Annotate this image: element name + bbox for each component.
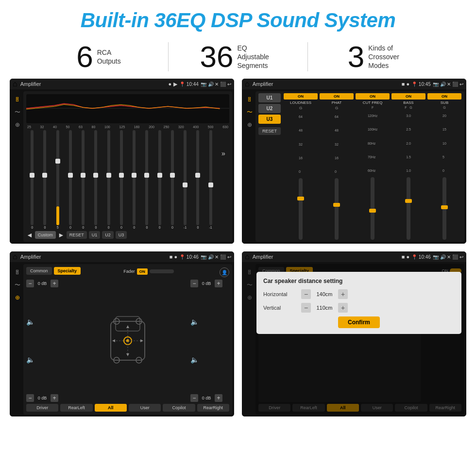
sub-on-badge[interactable]: ON: [427, 93, 461, 100]
slider-320[interactable]: 0: [167, 130, 178, 229]
rl-minus[interactable]: −: [26, 394, 34, 402]
more-sliders-arrow[interactable]: »: [218, 130, 229, 229]
speaker-icon-xover[interactable]: ⊕: [245, 120, 254, 129]
stat-text-crossover: Kinds ofCrossover Modes: [368, 44, 407, 70]
cutfreq-slider[interactable]: [371, 177, 374, 240]
slider-125[interactable]: 0: [116, 130, 127, 229]
custom-btn[interactable]: Custom: [35, 231, 56, 239]
home-icon[interactable]: ⌂: [13, 80, 17, 88]
eq-topbar: ⌂ Amplifier ● ▶ 📍 10:44 📷 🔊 ✕ ⬛ ↩: [10, 79, 234, 89]
topbar-app-xover: Amplifier: [253, 81, 400, 87]
stat-text-rca: RCAOutputs: [97, 48, 121, 66]
slider-32[interactable]: 0: [39, 130, 51, 229]
eq-icon-dist[interactable]: 🎚: [245, 268, 254, 277]
slider-25[interactable]: 0: [26, 130, 38, 229]
slider-400[interactable]: -1: [179, 130, 191, 229]
u1-xover-btn[interactable]: U1: [258, 93, 281, 102]
prev-btn[interactable]: ◄: [26, 231, 33, 239]
loudness-on-badge[interactable]: ON: [284, 93, 318, 100]
rl-plus[interactable]: +: [51, 394, 58, 402]
horizontal-label: Horizontal: [263, 291, 297, 297]
stat-text-eq: EQ AdjustableSegments: [237, 44, 276, 70]
phat-slider[interactable]: [335, 178, 339, 240]
tab-specialty[interactable]: Specialty: [54, 267, 81, 275]
left-channels: − 0 dB + 🔈 🔈 − 0 dB +: [26, 280, 65, 402]
slider-630[interactable]: -1: [205, 130, 217, 229]
equalizer-icon[interactable]: 🎚: [13, 95, 22, 104]
eq-icon-audio[interactable]: 🎚: [13, 268, 22, 277]
speaker-pair-icon[interactable]: ⊕: [13, 120, 22, 129]
topbar-time-eq: 📍 10:44: [179, 82, 199, 87]
tab-common[interactable]: Common: [26, 267, 52, 275]
copilot-btn[interactable]: Copilot: [163, 404, 195, 412]
rr-minus[interactable]: −: [190, 394, 198, 402]
stat-rca: 6 RCAOutputs: [29, 42, 168, 72]
vertical-minus[interactable]: −: [301, 303, 311, 313]
next-btn[interactable]: ►: [58, 231, 65, 239]
speaker-icon-audio[interactable]: ⊕: [13, 293, 22, 302]
u3-btn[interactable]: U3: [116, 231, 127, 239]
home-icon-xover[interactable]: ⌂: [245, 80, 250, 88]
stat-eq: 36 EQ AdjustableSegments: [169, 42, 307, 72]
wave-icon-audio[interactable]: 〜: [13, 281, 22, 289]
rearleft-btn[interactable]: RearLeft: [60, 404, 92, 412]
rr-speaker: 🔈: [190, 356, 229, 364]
fr-minus[interactable]: −: [190, 280, 198, 287]
slider-160[interactable]: 0: [128, 130, 140, 229]
u2-btn[interactable]: U2: [102, 231, 114, 239]
play-icon-eq[interactable]: ▶: [173, 81, 177, 87]
u2-xover-btn[interactable]: U2: [258, 104, 281, 113]
person-avatar[interactable]: 👤: [220, 267, 229, 277]
cutfreq-on-badge[interactable]: ON: [356, 93, 390, 100]
horizontal-plus[interactable]: +: [338, 289, 348, 299]
waveform-icon[interactable]: 〜: [13, 108, 22, 116]
slider-80[interactable]: 0: [90, 130, 102, 229]
home-icon-dist[interactable]: ⌂: [245, 252, 250, 261]
wave-icon-dist[interactable]: 〜: [245, 281, 254, 289]
user-btn[interactable]: User: [129, 404, 161, 412]
fl-minus[interactable]: −: [26, 280, 34, 287]
speaker-icon-dist[interactable]: ⊕: [245, 293, 254, 302]
rearright-btn[interactable]: RearRight: [197, 404, 229, 412]
stat-number-6: 6: [76, 42, 93, 72]
rr-plus[interactable]: +: [215, 394, 222, 402]
fr-plus[interactable]: +: [215, 280, 222, 287]
home-icon-audio[interactable]: ⌂: [13, 252, 17, 261]
xover-col-sub: ON SUB G 20151050: [427, 93, 461, 240]
u3-xover-btn[interactable]: U3: [258, 115, 281, 124]
wave-icon-xover[interactable]: 〜: [245, 108, 254, 116]
svg-marker-11: [126, 325, 129, 328]
xover-reset-btn[interactable]: RESET: [258, 127, 281, 135]
vertical-plus[interactable]: +: [338, 303, 348, 313]
confirm-button[interactable]: Confirm: [338, 316, 380, 328]
u1-btn[interactable]: U1: [89, 231, 101, 239]
loudness-slider[interactable]: [299, 178, 303, 240]
reset-btn[interactable]: RESET: [67, 231, 87, 239]
eq-icon-xover[interactable]: 🎚: [245, 95, 254, 104]
slider-63[interactable]: 0: [77, 130, 89, 229]
audio-main-panel: Common Specialty Fader ON 👤: [23, 264, 232, 415]
fader-on-btn[interactable]: ON: [137, 268, 148, 275]
fl-plus[interactable]: +: [51, 280, 58, 287]
driver-btn[interactable]: Driver: [26, 404, 58, 412]
sub-slider[interactable]: [442, 177, 446, 240]
phat-on-badge[interactable]: ON: [320, 93, 354, 100]
audio-sidebar: 🎚 〜 ⊕: [12, 264, 23, 415]
slider-100[interactable]: 0: [103, 130, 115, 229]
slider-50[interactable]: 0: [65, 130, 76, 229]
bass-on-badge[interactable]: ON: [391, 93, 425, 100]
dot-icon-eq: ●: [168, 81, 171, 87]
slider-250[interactable]: 0: [154, 130, 166, 229]
slider-500[interactable]: 0: [192, 130, 204, 229]
horizontal-minus[interactable]: −: [301, 289, 311, 299]
fader-slider-track[interactable]: [150, 269, 174, 273]
rear-right-control: − 0 dB +: [190, 394, 229, 402]
bass-slider[interactable]: [407, 177, 410, 240]
all-btn[interactable]: All: [95, 404, 127, 412]
xover-sidebar: 🎚 〜 ⊕: [244, 91, 255, 242]
xover-topbar: ⌂ Amplifier ■ ● 📍 10:45 📷 🔊 ✕ ⬛ ↩: [242, 79, 466, 89]
bass-label: BASS: [403, 100, 413, 105]
slider-40[interactable]: 5: [52, 130, 64, 229]
slider-200[interactable]: 0: [141, 130, 153, 229]
front-right-control: − 0 dB +: [190, 280, 229, 287]
